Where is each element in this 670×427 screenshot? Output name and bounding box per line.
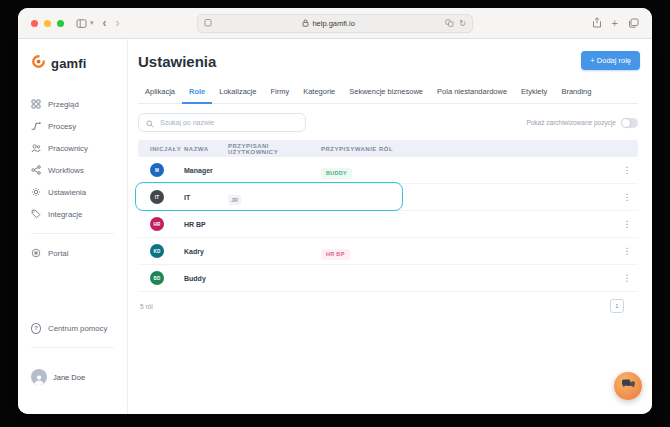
add-role-button[interactable]: + Dodaj rolę [581,51,640,70]
archived-toggle-label: Pokaż zarchiwizowane pozycje [526,119,616,126]
workflow-icon [31,165,41,175]
role-name: Manager [184,167,228,174]
portal-icon [31,248,41,258]
row-menu-icon[interactable]: ⋮ [616,220,638,229]
table-row[interactable]: HR HR BP ⋮ [138,211,638,238]
roles-count: 5 ról [138,303,153,310]
table-row[interactable]: KD Kadry HR BP ⋮ [138,238,638,265]
archived-toggle-switch[interactable] [621,118,638,128]
logo-wordmark: gamfi [51,56,87,71]
tab-etykiety[interactable]: Etykiety [514,82,554,103]
reload-icon[interactable]: ↻ [459,19,466,28]
sidebar-item-procesy[interactable]: Procesy [18,115,127,137]
tab-pola-niestandardowe[interactable]: Pola niestandardowe [430,82,514,103]
row-menu-icon[interactable]: ⋮ [616,274,638,283]
url-text: help.gamfi.io [312,19,355,28]
sidebar-item-przeglad[interactable]: Przegląd [18,93,127,115]
role-name: Kadry [184,248,228,255]
share-icon[interactable] [592,14,602,32]
chat-bubbles-icon [621,377,635,395]
table-row[interactable]: BD Buddy ⋮ [138,265,638,292]
sidebar-divider [31,347,114,348]
lock-icon [302,19,309,29]
gamfi-logo[interactable]: gamfi [18,52,127,73]
gamfi-logo-icon [31,54,46,73]
new-tab-button[interactable]: + [612,18,618,28]
column-header-assigned-users: Przypisani użytkownicy [228,143,321,155]
settings-page: Ustawienia + Dodaj rolę Aplikacja Role L… [128,39,652,414]
user-avatar [31,369,47,385]
role-name: Buddy [184,275,228,282]
minimize-window-button[interactable] [44,20,51,27]
table-header: Inicjały Nazwa Przypisani użytkownicy Pr… [138,140,638,157]
extension-icon[interactable] [204,18,212,29]
integrations-icon [31,209,41,219]
translate-icon[interactable] [445,19,454,29]
page-title: Ustawienia [138,53,638,70]
role-avatar: HR [150,217,164,231]
user-name: Jane Doe [53,373,85,382]
tab-overview-icon[interactable] [628,14,639,32]
browser-window: ▾ ‹ › help.gamfi.io [18,8,652,414]
role-badge: Buddy [321,168,352,179]
window-controls [31,20,64,27]
zoom-window-button[interactable] [57,20,64,27]
address-bar[interactable]: help.gamfi.io ↻ [197,14,473,33]
close-window-button[interactable] [31,20,38,27]
tab-kategorie[interactable]: Kategorie [296,82,342,103]
role-avatar: KD [150,244,164,258]
column-header-role-assignment: Przypisywanie ról [321,146,616,152]
chat-widget-button[interactable] [614,372,642,400]
settings-tabs: Aplikacja Role Lokalizacje Firmy Kategor… [138,82,638,104]
sidebar-item-pracownicy[interactable]: Pracownicy [18,137,127,159]
tab-role[interactable]: Role [182,82,212,104]
table-row[interactable]: IT IT JR ⋮ [138,184,638,211]
sidebar-item-help-center[interactable]: ? Centrum pomocy [18,317,127,339]
question-circle-icon: ? [31,323,41,333]
role-badge: HR BP [321,249,350,260]
archived-toggle-control[interactable]: Pokaż zarchiwizowane pozycje [526,118,638,128]
tab-aplikacja[interactable]: Aplikacja [138,82,182,103]
pagination-page-1[interactable]: 1 [610,299,624,313]
role-name: IT [184,194,228,201]
people-icon [31,143,41,153]
search-icon [146,114,154,132]
sidebar-item-workflows[interactable]: Workflows [18,159,127,181]
processes-icon [31,121,41,131]
role-avatar: IT [150,190,164,204]
role-avatar: BD [150,271,164,285]
row-menu-icon[interactable]: ⋮ [616,193,638,202]
tab-lokalizacje[interactable]: Lokalizacje [212,82,263,103]
roles-table: Inicjały Nazwa Przypisani użytkownicy Pr… [138,140,638,313]
app-sidebar: gamfi Przegląd Proc [18,39,128,414]
back-button[interactable]: ‹ [103,18,107,28]
assigned-user-chip: JR [228,195,241,205]
tab-sekwencje-biznesowe[interactable]: Sekwencje biznesowe [342,82,430,103]
chevron-down-icon[interactable]: ▾ [90,19,94,27]
dashboard-icon [31,99,41,109]
gear-icon [31,187,41,197]
search-input[interactable] [158,118,298,127]
sidebar-item-portal[interactable]: Portal [18,242,127,264]
column-header-initials: Inicjały [138,146,184,152]
search-field[interactable] [138,113,306,132]
sidebar-item-ustawienia[interactable]: Ustawienia [18,181,127,203]
tab-branding[interactable]: Branding [554,82,598,103]
browser-toolbar: ▾ ‹ › help.gamfi.io [18,8,652,39]
sidebar-toggle-icon[interactable] [76,18,87,29]
sidebar-divider [31,233,114,234]
column-header-name: Nazwa [184,146,228,152]
sidebar-item-integracje[interactable]: Integracje [18,203,127,225]
row-menu-icon[interactable]: ⋮ [616,247,638,256]
tab-firmy[interactable]: Firmy [263,82,296,103]
table-row[interactable]: M Manager Buddy ⋮ [138,157,638,184]
forward-button[interactable]: › [116,18,120,28]
role-avatar: M [150,163,164,177]
role-name: HR BP [184,221,228,228]
current-user[interactable]: Jane Doe [18,366,127,388]
row-menu-icon[interactable]: ⋮ [616,166,638,175]
